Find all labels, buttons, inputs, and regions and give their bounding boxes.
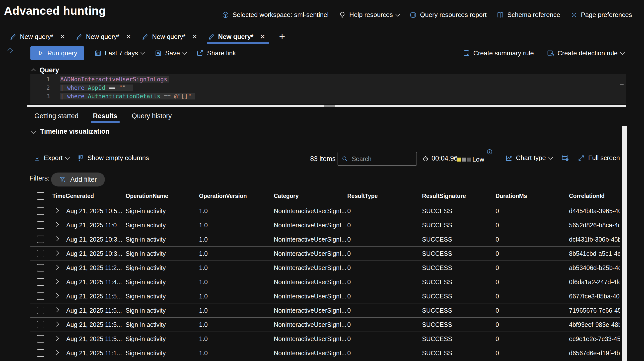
expand-row-chevron-icon[interactable] [54, 236, 59, 241]
export-dropdown[interactable]: Export [34, 154, 69, 162]
create-summary-rule-button[interactable]: Create summary rule [463, 49, 534, 57]
query-section-toggle[interactable]: Query [32, 66, 59, 74]
query-tab-4[interactable]: New query*✕ [206, 30, 270, 44]
cell-time: Aug 21, 2025 11:5... [66, 321, 126, 328]
select-row-checkbox[interactable] [37, 307, 44, 314]
chart-type-dropdown[interactable]: Chart type [505, 154, 552, 162]
table-settings-icon[interactable] [561, 154, 569, 162]
close-tab-icon[interactable]: ✕ [192, 33, 198, 41]
code-line-1[interactable]: 1AADNonInteractiveUserSignInLogs [30, 75, 626, 84]
stopwatch-icon [422, 155, 429, 162]
cell-result_signature: SUCCESS [422, 278, 496, 286]
table-row[interactable]: Aug 21, 2025 11:5...Sign-in activity1.0N… [30, 303, 620, 318]
column-header-timegenerated[interactable]: TimeGenerated [52, 193, 126, 199]
add-filter-button[interactable]: Add filter [51, 173, 105, 186]
full-screen-button[interactable]: Full screen [578, 154, 620, 162]
menu-page-preferences[interactable]: Page preferences [570, 11, 632, 19]
table-row[interactable]: Aug 21, 2025 10:3...Sign-in activity1.0N… [30, 232, 620, 247]
save-dropdown[interactable]: Save [154, 49, 186, 57]
query-tab-1[interactable]: New query*✕ [8, 30, 70, 44]
menu-selected-workspace-label: Selected workspace: sml-sentinel [232, 11, 328, 19]
expand-row-chevron-icon[interactable] [54, 322, 59, 326]
table-row[interactable]: Aug 21, 2025 10:5...Sign-in activity1.0N… [30, 204, 620, 218]
timeline-visualization-toggle[interactable]: Timeline visualization [32, 128, 110, 135]
select-all-checkbox[interactable] [37, 192, 44, 200]
cube-icon [222, 11, 229, 19]
cell-version: 1.0 [199, 321, 274, 328]
column-header-resulttype[interactable]: ResultType [347, 193, 422, 199]
tab-separator [72, 33, 72, 41]
close-tab-icon[interactable]: ✕ [260, 33, 265, 41]
select-row-checkbox[interactable] [37, 278, 44, 286]
new-tab-button[interactable]: + [279, 32, 285, 42]
code-line-2[interactable]: 2| where AppId == "" [30, 84, 626, 92]
menu-schema-reference[interactable]: Schema reference [496, 11, 560, 19]
select-row-checkbox[interactable] [37, 335, 44, 342]
select-row-checkbox[interactable] [37, 321, 44, 328]
menu-help-resources[interactable]: Help resources [338, 11, 399, 19]
query-tab-2[interactable]: New query*✕ [74, 30, 136, 44]
expand-row-chevron-icon[interactable] [54, 279, 59, 284]
tab-results[interactable]: Results [93, 109, 117, 123]
select-row-checkbox[interactable] [37, 236, 44, 243]
full-screen-label: Full screen [588, 154, 620, 162]
expand-row-chevron-icon[interactable] [54, 251, 59, 255]
cell-operation: Sign-in activity [126, 335, 199, 342]
select-row-checkbox[interactable] [37, 221, 44, 229]
search-box[interactable] [338, 152, 417, 166]
cell-correlation_id: d6567d6e-d19f-4b [569, 349, 620, 357]
time-range-dropdown[interactable]: Last 7 days [94, 49, 144, 57]
table-row[interactable]: Aug 21, 2025 11:4...Sign-in activity1.0N… [30, 275, 620, 289]
editor-horizontal-scrollbar-thumb[interactable] [324, 105, 335, 107]
query-editor[interactable]: 1AADNonInteractiveUserSignInLogs2| where… [30, 74, 626, 104]
run-query-button[interactable]: Run query [30, 46, 84, 60]
info-icon[interactable] [486, 149, 493, 155]
code-line-3[interactable]: 3| where AuthenticationDetails == @"[]" [30, 92, 626, 101]
select-row-checkbox[interactable] [37, 207, 44, 215]
expand-row-chevron-icon[interactable] [54, 208, 59, 213]
expand-row-chevron-icon[interactable] [54, 336, 59, 341]
table-row[interactable]: Aug 21, 2025 11:5...Sign-in activity1.0N… [30, 318, 620, 332]
tab-query-history[interactable]: Query history [132, 109, 172, 123]
table-row[interactable]: Aug 21, 2025 10:3...Sign-in activity1.0N… [30, 247, 620, 261]
select-row-checkbox[interactable] [37, 292, 44, 300]
table-row[interactable]: Aug 21, 2025 11:2...Sign-in activity1.0N… [30, 261, 620, 275]
expand-row-chevron-icon[interactable] [54, 293, 59, 298]
close-tab-icon[interactable]: ✕ [126, 33, 132, 41]
table-row[interactable]: Aug 21, 2025 11:5...Sign-in activity1.0N… [30, 289, 620, 303]
share-link-button[interactable]: Share link [196, 49, 236, 57]
cell-result_signature: SUCCESS [422, 293, 496, 300]
select-row-checkbox[interactable] [37, 264, 44, 271]
cell-category: NonInteractiveUserSignI... [274, 207, 347, 215]
close-tab-icon[interactable]: ✕ [60, 33, 65, 41]
expand-row-chevron-icon[interactable] [54, 222, 59, 227]
table-row[interactable]: Aug 21, 2025 11:1...Sign-in activity1.0N… [30, 346, 620, 360]
menu-query-resources-report[interactable]: Query resources report [409, 11, 486, 19]
timeline-visualization-title: Timeline visualization [40, 128, 110, 135]
vertical-scrollbar-thumb[interactable] [622, 126, 627, 361]
column-header-durationms[interactable]: DurationMs [496, 193, 569, 199]
column-header-category[interactable]: Category [274, 193, 347, 199]
expand-row-chevron-icon[interactable] [54, 350, 59, 355]
expand-row-chevron-icon[interactable] [54, 265, 59, 270]
download-icon [34, 155, 40, 162]
select-row-checkbox[interactable] [37, 349, 44, 357]
create-detection-rule-dropdown[interactable]: Create detection rule [547, 49, 624, 57]
menu-selected-workspace[interactable]: Selected workspace: sml-sentinel [222, 11, 328, 19]
cell-result_type: 0 [347, 278, 422, 286]
show-empty-columns-button[interactable]: Show empty columns [77, 154, 149, 162]
column-header-operationversion[interactable]: OperationVersion [199, 193, 274, 199]
table-row[interactable]: Aug 21, 2025 11:5...Sign-in activity1.0N… [30, 332, 620, 346]
select-row-checkbox[interactable] [37, 250, 44, 257]
menu-query-resources-report-label: Query resources report [420, 11, 486, 19]
column-header-operationname[interactable]: OperationName [126, 193, 199, 199]
editor-horizontal-scrollbar[interactable] [27, 105, 626, 107]
query-tab-3[interactable]: New query*✕ [140, 30, 202, 44]
column-header-resultsignature[interactable]: ResultSignature [422, 193, 496, 199]
expand-row-chevron-icon[interactable] [54, 307, 59, 312]
tab-getting-started[interactable]: Getting started [34, 109, 78, 123]
column-header-correlationid[interactable]: CorrelationId [569, 193, 620, 199]
expand-panel-chevron-icon[interactable] [8, 48, 13, 53]
table-row[interactable]: Aug 21, 2025 11:0...Sign-in activity1.0N… [30, 218, 620, 232]
search-input[interactable] [351, 155, 413, 163]
